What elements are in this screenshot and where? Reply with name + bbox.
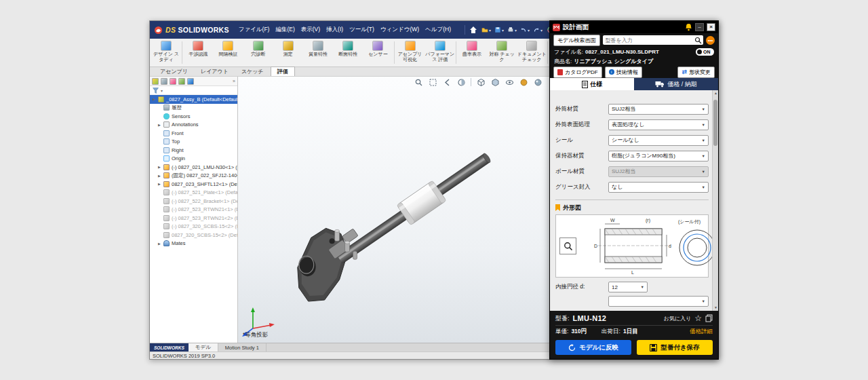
tree-item-scbs15-2[interactable]: 0827_320_SCBS-15<2> (Default xyxy=(150,231,237,240)
surface-treatment-select[interactable]: 表面処理なし xyxy=(608,119,709,130)
tab-evaluate[interactable]: 評価 xyxy=(271,66,295,76)
tree-item-top-plane[interactable]: Top xyxy=(150,138,237,147)
save-with-part-number-button[interactable]: 型番付き保存 xyxy=(637,340,713,355)
catalog-pdf-button[interactable]: カタログPDF xyxy=(553,66,602,78)
tree-item-right-plane[interactable]: Right xyxy=(150,146,237,155)
dimxpertmanager-tab-icon[interactable] xyxy=(178,78,185,85)
tab-spec[interactable]: 仕様 xyxy=(550,78,634,90)
previous-view-icon[interactable] xyxy=(442,77,452,87)
tab-model[interactable]: モデル xyxy=(189,343,218,352)
price-detail-link[interactable]: 価格詳細 xyxy=(690,328,713,336)
filter-funnel-icon[interactable] xyxy=(153,88,159,94)
tree-item-history[interactable]: 履歴 xyxy=(150,104,237,113)
shape-change-button[interactable]: ⇄形状変更 xyxy=(677,66,715,78)
tab-assembly[interactable]: アセンブリ xyxy=(154,67,194,76)
grease-select[interactable]: なし xyxy=(608,182,709,193)
scroll-up-icon[interactable]: ▲ xyxy=(713,90,718,96)
link-toggle[interactable]: ON xyxy=(696,48,714,56)
tree-item-mates[interactable]: Mates xyxy=(150,240,237,248)
tab-price-delivery[interactable]: 価格 / 納期 xyxy=(634,78,718,90)
tree-root-assembly[interactable]: _0827_Assy_B (Default<Default_Displa xyxy=(150,95,237,104)
apply-to-model-button[interactable]: モデルに反映 xyxy=(555,340,631,355)
menu-window[interactable]: ウィンドウ(W) xyxy=(380,26,419,34)
tab-sketch[interactable]: スケッチ xyxy=(235,67,270,76)
menu-edit[interactable]: 編集(E) xyxy=(275,26,294,34)
drawing-zoom-button[interactable] xyxy=(559,238,576,254)
undo-icon[interactable] xyxy=(520,25,530,35)
tree-item-rtwn21-2[interactable]: (-) 0827_523_RTWN21<2> (Defaul xyxy=(150,214,237,223)
menu-view[interactable]: 表示(V) xyxy=(301,26,320,34)
displaymanager-tab-icon[interactable] xyxy=(187,78,194,85)
scrollbar-thumb[interactable] xyxy=(713,100,717,146)
save-icon[interactable] xyxy=(494,25,504,35)
display-style-icon[interactable] xyxy=(490,77,500,87)
tech-info-button[interactable]: i技術情報 xyxy=(605,66,642,78)
filter-caret-icon[interactable]: ▾ xyxy=(161,88,163,93)
ribbon-assembly-visualization-button[interactable]: アセンブリ 可視化 xyxy=(395,39,425,66)
configurationmanager-tab-icon[interactable] xyxy=(170,78,176,85)
ribbon-curvature-button[interactable]: 曲率表示 xyxy=(457,39,487,66)
inner-diameter-select[interactable]: 12 xyxy=(608,282,648,292)
ribbon-performance-evaluation-button[interactable]: パフォーマンス 評価 xyxy=(425,39,455,66)
outer-material-select[interactable]: SUJ2相当 xyxy=(608,104,709,115)
ribbon-clearance-verification-button[interactable]: 間隔検証 xyxy=(213,39,243,66)
section-view-icon[interactable] xyxy=(456,77,466,87)
tree-item-plate[interactable]: (-) 0827_521_Plate<1> (Default) xyxy=(150,189,237,197)
minimize-button[interactable]: – xyxy=(695,23,704,31)
propertymanager-tab-icon[interactable] xyxy=(161,78,167,85)
menu-file[interactable]: ファイル(F) xyxy=(239,26,270,34)
curvature-icon xyxy=(467,41,477,51)
tree-item-sensors[interactable]: Sensors xyxy=(150,112,237,121)
zoom-area-icon[interactable] xyxy=(428,77,437,87)
tree-item-lmu-n30[interactable]: (-) 0827_021_LMU-N30<1> (Defau xyxy=(150,163,237,172)
view-orientation-icon[interactable] xyxy=(476,77,486,87)
expand-arrow-icon[interactable] xyxy=(152,97,156,101)
symmetry-check-icon xyxy=(496,41,507,51)
ribbon-hole-check-button[interactable]: 穴診断 xyxy=(243,39,273,66)
ribbon-symmetry-check-button[interactable]: 対称 チェック xyxy=(487,39,517,66)
clipped-select[interactable] xyxy=(608,296,709,307)
tree-item-front-plane[interactable]: Front xyxy=(150,129,237,138)
edit-appearance-icon[interactable] xyxy=(519,77,528,87)
tree-item-rtwn21-1[interactable]: (-) 0827_523_RTWN21<1> (Defaul xyxy=(150,206,237,214)
menu-tools[interactable]: ツール(T) xyxy=(349,26,374,34)
tree-tabs-overflow-icon[interactable]: » xyxy=(233,79,235,83)
tab-motion-study-1[interactable]: Motion Study 1 xyxy=(218,343,267,352)
ribbon-interference-detection-button[interactable]: 干渉認識 xyxy=(183,39,213,66)
featuremanager-tab-icon[interactable] xyxy=(152,78,159,85)
tree-item-sfj12[interactable]: (固定) 0827_022_SFJ12-140<1> (D xyxy=(150,172,237,180)
menu-insert[interactable]: 挿入(I) xyxy=(326,26,343,34)
tree-item-annotations[interactable]: Annotations xyxy=(150,121,237,130)
tree-item-bracket[interactable]: (-) 0827_522_Bracket<1> (Default)( xyxy=(150,197,237,206)
feedback-chat-icon[interactable]: ••• xyxy=(706,36,715,45)
zoom-fit-icon[interactable] xyxy=(414,77,423,87)
open-icon[interactable] xyxy=(481,25,491,35)
search-icon[interactable] xyxy=(694,37,702,44)
redo-icon[interactable] xyxy=(533,25,542,35)
close-button[interactable]: × xyxy=(707,23,715,31)
seal-select[interactable]: シールなし xyxy=(608,135,709,146)
hide-show-items-icon[interactable] xyxy=(505,77,514,87)
print-icon[interactable] xyxy=(507,25,517,35)
tree-item-origin[interactable]: Origin xyxy=(150,155,237,164)
home-icon[interactable] xyxy=(469,25,478,35)
scroll-down-icon[interactable]: ▼ xyxy=(713,305,718,311)
model-search-button[interactable]: モデル検索画面 xyxy=(553,35,600,46)
copy-icon[interactable] xyxy=(705,314,713,322)
field-surface-treatment: 外筒表面処理 表面処理なし xyxy=(555,117,709,132)
ribbon-mass-properties-button[interactable]: 質量特性 xyxy=(303,39,333,66)
ribbon-measure-button[interactable]: 測定 xyxy=(273,39,303,66)
favorite-star-icon[interactable]: ☆ xyxy=(694,314,702,323)
part-number-input[interactable] xyxy=(606,37,694,43)
tab-layout[interactable]: レイアウト xyxy=(195,67,235,76)
menu-help[interactable]: ヘルプ(H) xyxy=(425,26,451,34)
notification-bell-icon[interactable] xyxy=(685,23,692,31)
ribbon-design-study-button[interactable]: デザイン スタディ xyxy=(151,39,181,66)
tree-item-shftl12[interactable]: 0827_023_SHFTL12<1> (Default<[ xyxy=(150,180,237,189)
tree-item-scbs15-1[interactable]: (-) 0827_320_SCBS-15<2> (Defaul xyxy=(150,223,237,231)
view-settings-icon[interactable] xyxy=(533,77,542,87)
ribbon-document-check-button[interactable]: ドキュメント チェック xyxy=(517,39,547,66)
ribbon-sensor-button[interactable]: センサー xyxy=(363,39,393,66)
ribbon-section-properties-button[interactable]: 断面特性 xyxy=(333,39,363,66)
retainer-material-select[interactable]: 樹脂(ジュラコンM90相当) xyxy=(608,151,709,162)
